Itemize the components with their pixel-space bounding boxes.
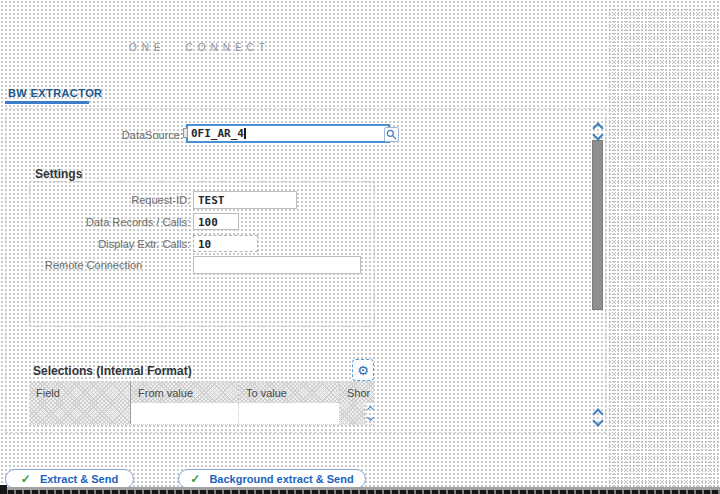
cell-short-hatch [340,403,365,425]
focus-handle-left [183,128,188,138]
column-header-short[interactable]: Shor [340,382,374,403]
search-icon [386,126,397,144]
selections-settings-button[interactable]: ⚙ [352,359,374,381]
background-extract-send-label: Background extract & Send [209,473,353,485]
cell-from-value-input[interactable] [131,403,239,424]
extract-send-label: Extract & Send [40,473,118,485]
remote-connection-input[interactable] [193,256,361,274]
column-header-field[interactable]: Field [29,382,131,403]
extract-send-button[interactable]: ✓ Extract & Send [5,469,134,489]
column-header-from-value[interactable]: From value [131,382,239,403]
selections-title: Selections (Internal Format) [33,364,192,378]
cell-field[interactable] [29,403,131,424]
bottom-scrollbar-track[interactable] [0,490,720,494]
request-id-input[interactable]: TEST [193,191,297,209]
checkmark-icon: ✓ [190,473,200,485]
datasource-label: DataSource: [120,129,183,141]
datasource-input[interactable]: 0FI_AR_4 [186,124,390,143]
datasource-search-button[interactable] [384,127,399,142]
desktop-background-area [608,8,720,487]
cell-to-value-input[interactable] [239,403,340,424]
cell-short[interactable] [340,403,374,424]
selections-table: Field From value To value Shor [29,381,374,425]
gear-icon: ⚙ [357,364,369,377]
tab-bw-extractor[interactable]: BW EXTRACTOR [8,87,102,99]
app-screen: ONE CONNECT BW EXTRACTOR DataSource: 0FI… [0,0,720,494]
tab-active-underline [5,101,89,104]
column-header-to-value[interactable]: To value [239,382,340,403]
brand-title: ONE CONNECT [129,42,270,53]
display-extr-calls-value: 10 [198,238,211,251]
selections-table-header: Field From value To value Shor [29,381,374,403]
background-extract-send-button[interactable]: ✓ Background extract & Send [178,469,366,489]
remote-connection-label: Remote Connection [45,259,142,271]
display-extr-calls-label: Display Extr. Calls: [40,238,190,250]
scrollbar-thumb[interactable] [592,140,603,310]
text-caret [244,128,246,139]
datasource-value: 0FI_AR_4 [191,127,244,140]
request-id-label: Request-ID: [40,194,190,206]
data-records-input[interactable]: 100 [193,213,239,230]
display-extr-calls-input[interactable]: 10 [193,235,258,252]
selections-table-row [29,403,374,425]
bottom-left-corner-mark [0,485,7,494]
table-scroll-down-icon[interactable] [367,414,374,421]
data-records-value: 100 [198,216,218,229]
checkmark-icon: ✓ [21,473,31,485]
settings-title: Settings [35,167,82,181]
request-id-value: TEST [198,194,225,207]
data-records-label: Data Records / Calls: [40,216,190,228]
table-scroll-up-icon[interactable] [367,406,374,413]
